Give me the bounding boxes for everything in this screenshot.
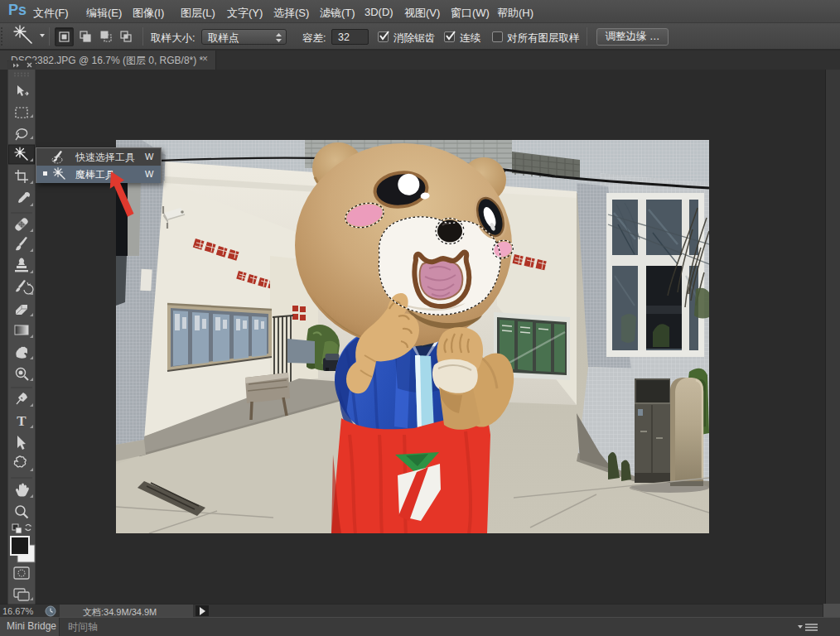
svg-text:T: T: [17, 413, 27, 429]
